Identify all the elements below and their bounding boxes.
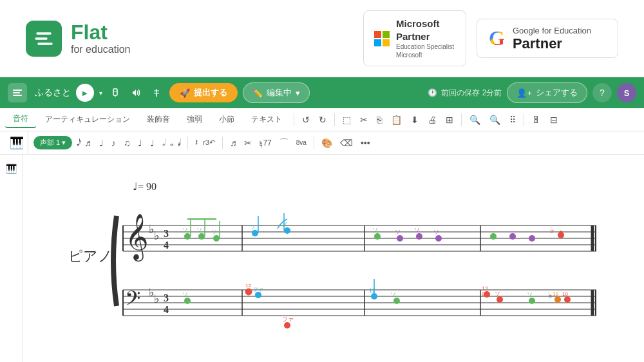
svg-text:ソ: ソ <box>390 291 396 298</box>
metronome-button[interactable] <box>108 85 123 100</box>
rest-icon[interactable]: 𝄽 <box>192 135 198 150</box>
save-status-text: 前回の保存 2分前 <box>441 88 502 99</box>
svg-point-64 <box>490 233 497 240</box>
color-icon[interactable]: 🎨 <box>318 136 336 150</box>
more-button[interactable]: ⊟ <box>546 113 562 127</box>
tab-articulation[interactable]: アーティキュレーション <box>37 111 138 128</box>
notation-tabs-toolbar: 音符 アーティキュレーション 装飾音 強弱 小節 テキスト ↺ ↻ ⬚ ✂ ⎘ … <box>0 108 644 131</box>
ms-text-area: Microsoft Partner Education Specialist M… <box>396 17 454 59</box>
voice-selector[interactable]: 声部 1 ▾ <box>33 136 72 149</box>
fingering-icon[interactable]: 8va <box>293 137 310 148</box>
top-header: Flat for education Microsoft Partner Edu… <box>0 0 644 77</box>
note-divider-3 <box>314 137 314 149</box>
side-panel-icon[interactable]: 🎹 <box>3 160 21 178</box>
help-button[interactable]: ? <box>592 83 612 102</box>
ms-edu-label: Education Specialist <box>396 43 454 51</box>
treble-clef-symbol: 𝄞 <box>125 214 149 262</box>
grid-button[interactable]: ⠿ <box>506 113 520 127</box>
note-eighth[interactable]: ♩ <box>135 136 146 150</box>
zoom-out-button[interactable]: 🔍 <box>466 113 484 127</box>
delete-icon[interactable]: ⌫ <box>337 136 356 150</box>
play-dropdown-arrow[interactable]: ▾ <box>99 90 102 97</box>
edit-button[interactable]: ✏️ 編集中 ▾ <box>243 82 310 103</box>
svg-text:♭: ♭ <box>550 225 554 235</box>
scissors-icon[interactable]: ✂ <box>241 136 255 150</box>
download-button[interactable]: ⬇ <box>407 113 422 127</box>
google-g-icon: G <box>489 26 505 50</box>
svg-text:ソ: ソ <box>196 227 202 233</box>
svg-text:ソ: ソ <box>414 227 420 233</box>
play-button[interactable]: ▶ <box>76 84 94 102</box>
svg-text:10: 10 <box>562 291 568 297</box>
note-b1-1 <box>184 298 191 304</box>
svg-point-47 <box>213 235 220 242</box>
note-256th[interactable]: 𝅘𝅥𝅯 <box>73 135 80 150</box>
user-initial: S <box>624 88 630 98</box>
submit-button[interactable]: 🚀 提出する <box>169 83 238 102</box>
undo-button[interactable]: ↺ <box>298 113 314 127</box>
note-input-toolbar: 🎹 声部 1 ▾ 𝅘𝅥𝅯 ♬ ♩ ♪ ♫ ♩ ♩ 𝅗𝅥 𝅝 𝅘𝅥· 𝄽 r3↶ … <box>0 131 644 155</box>
more-options-icon[interactable]: ••• <box>357 136 374 150</box>
logo-sub-text: for education <box>71 44 131 55</box>
note-t1-1 <box>184 233 191 240</box>
svg-point-94 <box>284 322 290 329</box>
svg-text:ミ: ミ <box>253 292 258 298</box>
beam-icon[interactable]: ♬ <box>227 136 240 150</box>
svg-text:ソ: ソ <box>250 224 256 230</box>
svg-text:8: 8 <box>245 288 249 294</box>
score-area: 🎹 ♩= 90 ピアノ <box>0 155 644 362</box>
copy-button[interactable]: ⎘ <box>373 113 386 127</box>
tuner-button[interactable] <box>149 85 164 100</box>
note-quarter[interactable]: ♩ <box>147 136 158 150</box>
tab-ornament[interactable]: 装飾音 <box>139 111 178 128</box>
tab-dynamics[interactable]: 強弱 <box>179 111 210 128</box>
svg-text:ソ: ソ <box>211 229 217 235</box>
table-button[interactable]: ⊞ <box>442 113 457 127</box>
mixer-button[interactable]: 🎚 <box>528 113 545 127</box>
zoom-in-button[interactable]: 🔍 <box>486 113 504 127</box>
svg-text:ソ: ソ <box>281 221 287 227</box>
side-panel: 🎹 <box>0 155 23 362</box>
treble-staff <box>123 225 596 251</box>
tab-notes[interactable]: 音符 <box>5 111 36 128</box>
submit-label: 提出する <box>194 87 227 99</box>
redo-button[interactable]: ↻ <box>315 113 330 127</box>
note-128th[interactable]: ♬ <box>81 136 95 150</box>
svg-point-56 <box>374 233 381 240</box>
triplet-icon[interactable]: r3↶ <box>200 137 218 149</box>
share-button[interactable]: 👤+ シェアする <box>507 82 587 103</box>
svg-point-44 <box>198 233 205 240</box>
svg-text:ソ: ソ <box>433 229 439 235</box>
user-avatar[interactable]: S <box>617 83 636 102</box>
score-wrapper: ♩= 90 ピアノ <box>49 167 618 338</box>
main-content: ふるさと ▶ ▾ 🚀 提出する <box>0 77 644 362</box>
note-half[interactable]: 𝅗𝅥 <box>159 135 166 150</box>
svg-point-65 <box>509 233 516 240</box>
tab-text[interactable]: テキスト <box>243 111 290 128</box>
note-dotted[interactable]: 𝅘𝅥· <box>175 135 184 150</box>
svg-text:8: 8 <box>482 291 485 297</box>
select-button[interactable]: ⬚ <box>339 113 355 127</box>
svg-text:ソ: ソ <box>372 227 378 233</box>
volume-button[interactable] <box>128 85 144 100</box>
svg-text:ソ: ソ <box>395 229 401 235</box>
cut-button[interactable]: ✂ <box>356 113 372 127</box>
print-button[interactable]: 🖨 <box>424 113 440 127</box>
svg-text:10: 10 <box>553 291 558 297</box>
note-16th[interactable]: ♫ <box>120 136 134 150</box>
svg-point-80 <box>393 298 400 304</box>
note-32nd[interactable]: ♪ <box>108 136 119 150</box>
accidental-icon[interactable]: 𝄮77 <box>256 137 274 149</box>
edit-dropdown-icon: ▾ <box>296 88 300 98</box>
note-whole[interactable]: 𝅝 <box>167 135 173 150</box>
clock-icon: 🕐 <box>428 88 437 97</box>
svg-text:ソ: ソ <box>495 291 500 297</box>
app-toolbar: ふるさと ▶ ▾ 🚀 提出する <box>0 77 644 108</box>
svg-text:3: 3 <box>164 292 169 303</box>
tab-measures[interactable]: 小節 <box>211 111 242 128</box>
note-64th[interactable]: ♩ <box>96 136 107 150</box>
paste-button[interactable]: 📋 <box>387 113 406 127</box>
tempo-text: ♩= 90 <box>133 181 156 192</box>
svg-point-52 <box>252 231 254 233</box>
tie-icon[interactable]: ⌒ <box>276 135 292 151</box>
